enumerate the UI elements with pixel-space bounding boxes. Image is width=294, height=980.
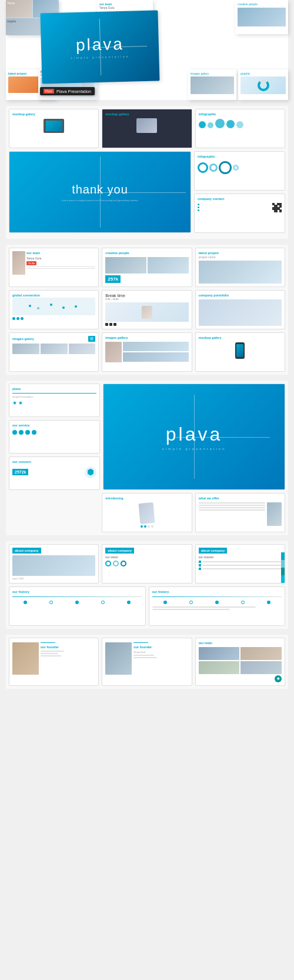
team-final-img-3 [199,661,240,674]
team-person-img-1 [12,251,25,275]
mockup-gallery-label-1: mockup galery [12,112,95,116]
history-dots-1 [12,601,142,604]
plava-big-title: plava [166,424,223,445]
images-gallery-hero: images galery [191,72,234,75]
slide-thank-you: thank you Lorem ipsum is simply dummy te… [9,151,191,233]
team-bottom-icon: ★ [275,675,282,682]
vision-circle-1 [105,561,111,566]
founder-img-1 [12,642,39,675]
service-dot-2 [19,430,24,435]
section-founder-team: our founder our founder [6,635,288,689]
thank-you-subtext: Lorem ipsum is simply dummy text of the … [62,199,139,202]
service-dot-4 [32,430,36,435]
phone-icon [235,342,245,359]
on-air-badge: On Air [26,261,36,265]
slide-introducing: introducing [102,493,192,532]
connection-dot-1 [12,317,15,320]
creative-img-1 [105,257,146,274]
hero-slide-graphic: graphic [238,69,288,100]
offer-line-3 [199,507,265,508]
creative-img-2 [148,257,189,274]
slide-our-history-2: our history [149,586,286,626]
slide-images-gallery-2: images gallery [102,332,192,372]
break-time-img [105,302,188,322]
team-final-img-4 [240,661,282,674]
concern-icon [85,466,96,478]
ring-2 [209,164,218,172]
slide-break-time: Break time 9.30 – 10.00 [102,290,192,329]
offer-img [267,502,282,526]
section-plava-presentation: plava Simple Presentation [6,381,288,535]
team-final-img-1 [199,647,240,660]
break-time-label: Break time [105,294,188,298]
slide-plava-small-1: plava Simple Presentation [9,384,100,417]
slide-global-connection: global connection [9,290,99,329]
about-company-img-1 [12,555,95,576]
mockup-gallery-label-2: mockup gallery [105,112,188,116]
tooltip-label: Plava Presentation [56,89,91,94]
slide-what-we-offer: what we offer [195,493,285,532]
slide-company-contact: company contact [194,194,285,233]
connection-dot-2 [16,317,19,320]
hero-main-plava-slide: plava simple presentation [40,10,159,84]
slide-our-team: our team Tanya Guia On Air [9,248,99,287]
plava-big-subtitle: simple presentation [162,447,226,451]
slide-founder-2: our founder Tanya Guia [102,638,192,686]
gallery-img-3 [69,344,96,354]
slide-our-history-1: our history [9,586,146,626]
slide-creative-people: creative poople 257k [102,248,192,287]
hero-slide-topright: creative people [235,0,288,34]
page-wrapper: Tanya angela our team Tanya Guia [6,0,288,689]
infographic-circles [199,119,282,128]
offer-line-4 [199,509,265,511]
about-company-header-2: about company [105,548,134,554]
circle-icon-2 [18,401,23,405]
connection-dot-3 [21,317,24,320]
slide-latest-project: latest project project name [195,248,285,287]
slide-about-company-1: about company since 2015 [9,544,99,584]
about-company-header-3: about company [199,548,228,554]
infographic-label-1: infographic [199,112,282,116]
vision-circle-2 [113,561,119,566]
introducing-img [139,502,155,524]
gallery-person-img [105,342,122,362]
qr-code [272,203,282,212]
slide-plava-main-big: plava simple presentation [103,384,285,490]
offer-line-2 [199,505,265,506]
tanya-guia-label: Tanya Guia [99,6,151,9]
founder-img-2 [105,642,132,675]
pptx-badge: Pptx [44,89,54,94]
section-team-grid: our team Tanya Guia On Air creative poop… [6,245,288,375]
history-dots-2 [152,601,282,604]
service-dot-3 [25,430,30,435]
hero-collage-section: Tanya angela our team Tanya Guia [6,0,288,100]
gallery-img-b2 [123,352,188,362]
ring-3 [219,161,232,174]
about-company-header-1: about company [12,548,41,554]
pptx-tooltip: Pptx Plava Presentation [40,87,95,95]
gallery-img-b1 [123,342,188,351]
slide-images-gallery-1: images galery ⊞ [9,332,99,372]
our-mission-label: our mission [199,555,282,559]
slide-infographic-2: infographic [194,151,285,191]
gallery-icon: ⊞ [88,336,95,342]
team-final-img-2 [240,647,282,660]
graphic-hero: graphic [240,72,286,75]
slide-mockup-gallery-phone: mockup galery [195,332,285,372]
latest-project-img [199,261,282,284]
creative-people-hero: creative people [238,2,286,6]
number-257k: 257k [105,275,121,283]
slide-about-company-2: about company our vision [102,544,192,584]
thank-you-text: thank you [72,183,128,196]
slide-mockup-gallery-2: mockup gallery [102,109,192,148]
tanya-label: Tanya [6,0,32,18]
number-2572k: 2572k [12,469,28,475]
slide-our-concern: our concern 2572k [9,456,100,490]
world-map [12,298,95,315]
slide-about-company-3: about company our mission [195,544,285,584]
slide-team-final: our team ★ [195,638,285,686]
portfolio-img [199,299,282,326]
offer-line-1 [199,502,265,504]
slide-infographic-1: infographic [195,109,285,148]
gallery-img-1 [12,344,39,354]
